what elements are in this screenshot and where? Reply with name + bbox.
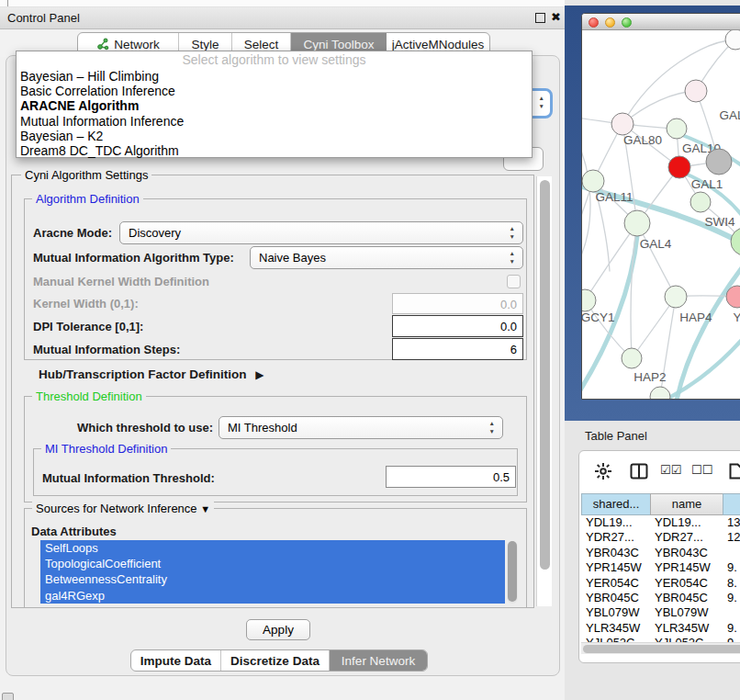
- column-browser-icon[interactable]: [630, 462, 648, 480]
- float-window-icon[interactable]: [535, 13, 545, 23]
- apply-button[interactable]: Apply: [246, 619, 310, 640]
- page-icon[interactable]: [726, 462, 740, 480]
- disclosure-down-icon[interactable]: ▼: [200, 503, 210, 514]
- dpi-tolerance-label: DPI Tolerance [0,1]:: [33, 320, 143, 333]
- list-scrollbar-thumb[interactable]: [508, 541, 517, 602]
- table-cell: 9.: [723, 591, 740, 605]
- hub-definition-disclosure[interactable]: Hub/Transcription Factor Definition ▶: [39, 367, 264, 381]
- minimize-traffic-light-icon[interactable]: [605, 17, 615, 28]
- tab-label: Select: [244, 38, 279, 51]
- sources-title-text: Sources for Network Inference: [36, 502, 197, 515]
- table-hscroll-thumb[interactable]: [583, 645, 740, 653]
- table-row[interactable]: YBR043CYBR043C: [581, 546, 740, 560]
- table-row[interactable]: YJL052CYJL052C9: [581, 636, 740, 642]
- checked-boxes-icon[interactable]: ☑☑: [660, 463, 681, 477]
- mi-steps-input[interactable]: 6: [392, 338, 523, 360]
- attribute-item-betweennesscentrality[interactable]: BetweennessCentrality: [40, 571, 505, 587]
- network-node-GAL1[interactable]: [668, 156, 690, 178]
- algorithm-option-dream8-dc-tdc-algorithm[interactable]: Dream8 DC_TDC Algorithm: [17, 143, 532, 158]
- tab-label: Cyni Toolbox: [303, 38, 374, 51]
- close-icon[interactable]: ✖: [551, 10, 561, 24]
- network-node-green-right[interactable]: [731, 228, 740, 255]
- unchecked-boxes-icon[interactable]: ☐☐: [691, 463, 712, 477]
- application-window: Control Panel ✖ NetworkStyleSelectCyni T…: [0, 0, 740, 700]
- network-node-GAL-top[interactable]: [685, 80, 707, 102]
- tab-discretize-data[interactable]: Discretize Data: [221, 650, 330, 671]
- node-label-GAL1: GAL1: [691, 177, 723, 191]
- kernel-width-input[interactable]: 0.0: [392, 293, 523, 314]
- table-row[interactable]: YER054CYER054C8.: [581, 576, 740, 591]
- network-node-GAL10[interactable]: [667, 119, 687, 139]
- settings-scrollbar[interactable]: [536, 176, 552, 606]
- which-threshold-select[interactable]: MI Threshold ▲▼: [219, 416, 503, 439]
- grid-corner-icon[interactable]: [2, 693, 14, 700]
- list-scrollbar[interactable]: [507, 541, 518, 604]
- node-label-HAP4: HAP4: [679, 310, 712, 324]
- table-cell: YLR345W: [650, 621, 723, 636]
- table-row[interactable]: YPR145WYPR145W9.: [581, 560, 740, 575]
- table-cell: 9.: [723, 560, 740, 575]
- table-cell: YDR27...: [581, 530, 650, 545]
- tab-impute-data[interactable]: Impute Data: [131, 650, 221, 671]
- node-label-HAP2: HAP2: [633, 370, 666, 384]
- mi-steps-label: Mutual Information Steps:: [33, 343, 180, 356]
- table-cell: YBR045C: [650, 591, 723, 605]
- gear-icon[interactable]: [594, 462, 612, 480]
- algorithm-option-mutual-information-inference[interactable]: Mutual Information Inference: [17, 114, 532, 129]
- network-node-HAP4[interactable]: [665, 286, 687, 308]
- algorithm-option-bayesian-hill-climbing[interactable]: Bayesian – Hill Climbing: [17, 69, 532, 84]
- column-header-name[interactable]: name: [650, 493, 723, 515]
- network-node-SWI4[interactable]: [690, 192, 711, 212]
- algorithm-option-bayesian-k2[interactable]: Bayesian – K2: [17, 129, 532, 143]
- node-label-GAL4: GAL4: [640, 237, 672, 251]
- table-cell: YJL052C: [650, 636, 723, 642]
- column-header-shared...[interactable]: shared...: [581, 493, 650, 515]
- table-cell: YER054C: [581, 576, 650, 591]
- algorithm-option-aracne-algorithm[interactable]: ARACNE Algorithm: [17, 98, 532, 113]
- mi-algorithm-type-select[interactable]: Naive Bayes ▲▼: [250, 246, 523, 269]
- algorithm-option-basic-correlation-inference[interactable]: Basic Correlation Inference: [17, 84, 532, 98]
- table-horizontal-scrollbar[interactable]: [581, 642, 740, 654]
- close-traffic-light-icon[interactable]: [589, 17, 599, 28]
- network-node-bottom-partial[interactable]: [650, 387, 670, 400]
- attribute-item-selfloops[interactable]: SelfLoops: [40, 540, 505, 556]
- table-cell: YER054C: [650, 576, 723, 591]
- table-cell: 9.: [723, 621, 740, 636]
- table-row[interactable]: YBR045CYBR045C9.: [581, 591, 740, 605]
- table-row[interactable]: YLR345WYLR345W9.: [581, 621, 740, 636]
- aracne-mode-select[interactable]: Discovery ▲▼: [119, 221, 523, 244]
- network-canvas[interactable]: GALGAL80GAL10GAL1GAL11SWI4GAL4GCY1HAP4YH…: [582, 30, 740, 400]
- zoom-traffic-light-icon[interactable]: [622, 17, 632, 28]
- node-table-card: ☑☑ ☐☐ shared...name YDL19...YDL19...13YD…: [578, 450, 740, 663]
- table-row[interactable]: YDL19...YDL19...13: [581, 515, 740, 530]
- dropdown-prompt: Select algorithm to view settings: [17, 51, 532, 69]
- attribute-item-gal4rgexp[interactable]: gal4RGexp: [40, 588, 505, 604]
- network-node-gray-node[interactable]: [706, 149, 732, 175]
- node-label-GAL11: GAL11: [595, 190, 633, 204]
- dropdown-items: Bayesian – Hill ClimbingBasic Correlatio…: [17, 69, 532, 158]
- network-node-GAL4[interactable]: [624, 210, 650, 236]
- network-node-GAL11[interactable]: [582, 170, 604, 192]
- attribute-item-topologicalcoefficient[interactable]: TopologicalCoefficient: [40, 556, 505, 571]
- table-cell: YJL052C: [581, 636, 650, 642]
- column-header-cut[interactable]: [723, 493, 740, 515]
- table-cell: YBR045C: [581, 591, 650, 605]
- mi-threshold-input[interactable]: 0.5: [386, 466, 516, 488]
- table-row[interactable]: YDR27...YDR27...12: [581, 530, 740, 545]
- table-cell: 12: [723, 530, 740, 545]
- table-cell: [723, 605, 740, 620]
- settings-group-title: Cyni Algorithm Settings: [21, 168, 151, 182]
- algorithm-dropdown-list: Select algorithm to view settings Bayesi…: [16, 51, 533, 158]
- tab-label: jActiveMNodules: [392, 38, 485, 51]
- network-node-GCY1[interactable]: [582, 289, 596, 311]
- table-cell: 8.: [723, 576, 740, 591]
- network-node-GAL80[interactable]: [611, 113, 633, 135]
- table-cell: YBL079W: [581, 605, 650, 620]
- dpi-tolerance-input[interactable]: 0.0: [392, 315, 523, 337]
- tab-infer-network[interactable]: Infer Network: [330, 650, 427, 671]
- table-row[interactable]: YBL079WYBL079W: [581, 605, 740, 620]
- settings-scrollbar-thumb[interactable]: [540, 180, 550, 570]
- manual-kernel-width-checkbox[interactable]: [507, 275, 521, 288]
- sources-group-title: Sources for Network Inference ▼: [32, 502, 214, 515]
- network-node-HAP2[interactable]: [622, 348, 642, 368]
